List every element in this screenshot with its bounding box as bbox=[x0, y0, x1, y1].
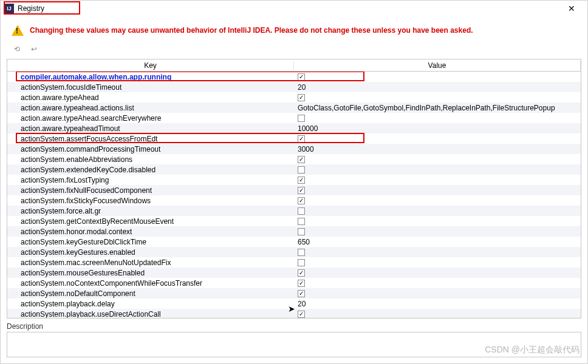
registry-value[interactable]: GotoClass,GotoFile,GotoSymbol,FindInPath… bbox=[294, 104, 581, 112]
table-row[interactable]: actionSystem.mac.screenMenuNotUpdatedFix bbox=[7, 257, 581, 268]
checkbox[interactable]: ✓ bbox=[298, 269, 305, 277]
registry-value[interactable]: 3000 bbox=[294, 145, 581, 153]
table-row[interactable]: actionSystem.keyGestureDblClickTime650 bbox=[7, 237, 581, 247]
registry-key: actionSystem.commandProcessingTimeout bbox=[7, 145, 294, 153]
registry-value[interactable]: ✓ bbox=[294, 73, 581, 81]
table-row[interactable]: actionSystem.commandProcessingTimeout300… bbox=[7, 144, 581, 154]
checkbox[interactable] bbox=[298, 166, 305, 174]
registry-key: actionSystem.mac.screenMenuNotUpdatedFix bbox=[7, 258, 294, 267]
table-header: Key Value bbox=[7, 59, 581, 72]
registry-value[interactable]: ✓ bbox=[294, 311, 581, 318]
checkbox[interactable] bbox=[298, 228, 305, 235]
table-row[interactable]: actionSystem.getContextByRecentMouseEven… bbox=[7, 216, 581, 226]
table-row[interactable]: actionSystem.enableAbbreviations✓ bbox=[7, 154, 581, 164]
table-row[interactable]: actionSystem.mouseGesturesEnabled✓ bbox=[7, 268, 581, 278]
registry-dialog: IJ Registry ✕ Changing these values may … bbox=[0, 0, 588, 364]
checkbox[interactable] bbox=[298, 218, 305, 225]
description-box bbox=[7, 332, 581, 357]
registry-key: action.aware.typeaheadTimout bbox=[7, 124, 294, 133]
registry-key: actionSystem.keyGestures.enabled bbox=[7, 248, 294, 257]
registry-key: actionSystem.playback.useDirectActionCal… bbox=[7, 310, 294, 318]
table-row[interactable]: actionSystem.fixLostTyping✓ bbox=[7, 175, 581, 185]
checkbox[interactable]: ✓ bbox=[298, 135, 305, 143]
checkbox[interactable] bbox=[298, 259, 305, 266]
registry-key: actionSystem.fixNullFocusedComponent bbox=[7, 186, 294, 195]
table-body: compiler.automake.allow.when.app.running… bbox=[7, 72, 581, 318]
registry-value[interactable]: ✓ bbox=[294, 197, 581, 204]
close-button[interactable]: ✕ bbox=[559, 1, 584, 16]
registry-table: Key Value compiler.automake.allow.when.a… bbox=[7, 59, 581, 318]
registry-value[interactable]: 20 bbox=[294, 83, 581, 92]
reset-button[interactable]: ⟲ bbox=[12, 44, 22, 55]
checkbox[interactable]: ✓ bbox=[298, 156, 305, 163]
registry-value[interactable]: ✓ bbox=[294, 280, 581, 287]
registry-value[interactable]: 20 bbox=[294, 300, 581, 308]
registry-value[interactable]: 650 bbox=[294, 238, 581, 246]
table-row[interactable]: actionSystem.honor.modal.context bbox=[7, 226, 581, 237]
toolbar: ⟲ ↩ bbox=[1, 42, 587, 56]
registry-value[interactable]: ✓ bbox=[294, 269, 581, 277]
table-row[interactable]: actionSystem.playback.delay20 bbox=[7, 298, 581, 309]
registry-key: actionSystem.enableAbbreviations bbox=[7, 155, 294, 164]
registry-value[interactable]: ✓ bbox=[294, 177, 581, 184]
registry-value[interactable] bbox=[294, 207, 581, 215]
table-row[interactable]: action.aware.typeAhead.searchEverywhere bbox=[7, 113, 581, 123]
registry-key: actionSystem.noDefaultComponent bbox=[7, 289, 294, 298]
checkbox[interactable]: ✓ bbox=[298, 197, 305, 204]
checkbox[interactable]: ✓ bbox=[298, 280, 305, 287]
table-row[interactable]: actionSystem.focusIdleTimeout20 bbox=[7, 82, 581, 92]
checkbox[interactable] bbox=[298, 207, 305, 215]
table-row[interactable]: action.aware.typeaheadTimout10000 bbox=[7, 123, 581, 133]
warning-icon bbox=[12, 25, 24, 36]
checkbox[interactable]: ✓ bbox=[298, 94, 305, 101]
table-row[interactable]: actionSystem.extendedKeyCode.disabled bbox=[7, 164, 581, 175]
checkbox[interactable]: ✓ bbox=[298, 187, 305, 194]
registry-key: actionSystem.force.alt.gr bbox=[7, 207, 294, 215]
registry-key: action.aware.typeahead.actions.list bbox=[7, 104, 294, 112]
registry-key: actionSystem.noContextComponentWhileFocu… bbox=[7, 279, 294, 288]
checkbox[interactable] bbox=[298, 249, 305, 256]
registry-value[interactable] bbox=[294, 218, 581, 225]
registry-value[interactable]: ✓ bbox=[294, 290, 581, 297]
registry-value[interactable]: ✓ bbox=[294, 94, 581, 101]
registry-value[interactable] bbox=[294, 228, 581, 235]
warning-bar: Changing these values may cause unwanted… bbox=[1, 16, 587, 42]
registry-value[interactable] bbox=[294, 249, 581, 256]
table-row[interactable]: actionSystem.noDefaultComponent✓ bbox=[7, 288, 581, 298]
registry-key: actionSystem.playback.delay bbox=[7, 300, 294, 308]
undo-button[interactable]: ↩ bbox=[29, 44, 39, 55]
description-label: Description bbox=[7, 322, 581, 331]
registry-value[interactable] bbox=[294, 115, 581, 122]
titlebar: IJ Registry ✕ bbox=[1, 1, 587, 16]
checkbox[interactable]: ✓ bbox=[298, 311, 305, 318]
registry-value[interactable] bbox=[294, 166, 581, 174]
table-row[interactable]: action.aware.typeAhead✓ bbox=[7, 92, 581, 103]
table-row[interactable]: actionSystem.fixNullFocusedComponent✓ bbox=[7, 185, 581, 195]
window-title: Registry bbox=[18, 4, 44, 13]
registry-value[interactable]: ✓ bbox=[294, 156, 581, 163]
table-row[interactable]: actionSystem.keyGestures.enabled bbox=[7, 247, 581, 257]
app-icon: IJ bbox=[4, 4, 14, 13]
registry-value[interactable] bbox=[294, 259, 581, 266]
column-header-value[interactable]: Value bbox=[294, 61, 581, 70]
table-row[interactable]: compiler.automake.allow.when.app.running… bbox=[7, 72, 581, 82]
warning-text: Changing these values may cause unwanted… bbox=[30, 26, 473, 35]
registry-key: actionSystem.assertFocusAccessFromEdt bbox=[7, 135, 294, 143]
registry-key: compiler.automake.allow.when.app.running bbox=[7, 73, 294, 81]
table-row[interactable]: actionSystem.noContextComponentWhileFocu… bbox=[7, 278, 581, 288]
registry-value[interactable]: ✓ bbox=[294, 135, 581, 143]
table-row[interactable]: actionSystem.assertFocusAccessFromEdt✓ bbox=[7, 133, 581, 144]
registry-value[interactable]: ✓ bbox=[294, 187, 581, 194]
table-row[interactable]: actionSystem.fixStickyFocusedWindows✓ bbox=[7, 195, 581, 206]
registry-key: actionSystem.fixLostTyping bbox=[7, 176, 294, 184]
checkbox[interactable]: ✓ bbox=[298, 290, 305, 297]
column-header-key[interactable]: Key bbox=[7, 61, 294, 70]
checkbox[interactable] bbox=[298, 115, 305, 122]
checkbox[interactable]: ✓ bbox=[298, 177, 305, 184]
registry-value[interactable]: 10000 bbox=[294, 124, 581, 133]
checkbox[interactable]: ✓ bbox=[298, 73, 305, 81]
table-row[interactable]: actionSystem.playback.useDirectActionCal… bbox=[7, 309, 581, 318]
table-row[interactable]: actionSystem.force.alt.gr bbox=[7, 206, 581, 216]
registry-key: action.aware.typeAhead.searchEverywhere bbox=[7, 114, 294, 123]
table-row[interactable]: action.aware.typeahead.actions.listGotoC… bbox=[7, 103, 581, 113]
